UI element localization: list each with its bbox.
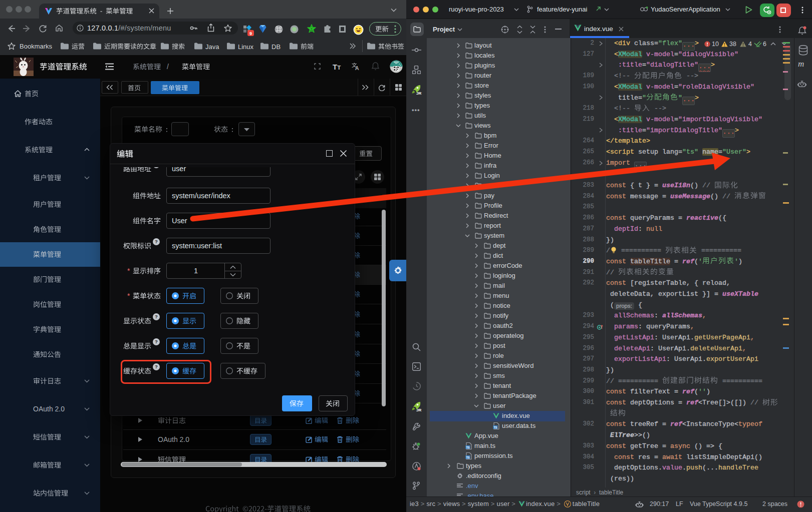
svg-text:JR: JR xyxy=(416,408,421,412)
svg-text:TS: TS xyxy=(493,426,497,429)
svg-text:?: ? xyxy=(155,339,158,344)
svg-text:?: ? xyxy=(155,239,158,244)
svg-text:TS: TS xyxy=(466,446,469,449)
svg-text:JR: JR xyxy=(416,91,421,96)
svg-text:TS: TS xyxy=(466,456,469,459)
svg-text:?: ? xyxy=(155,314,158,319)
svg-text:9: 9 xyxy=(249,31,252,36)
